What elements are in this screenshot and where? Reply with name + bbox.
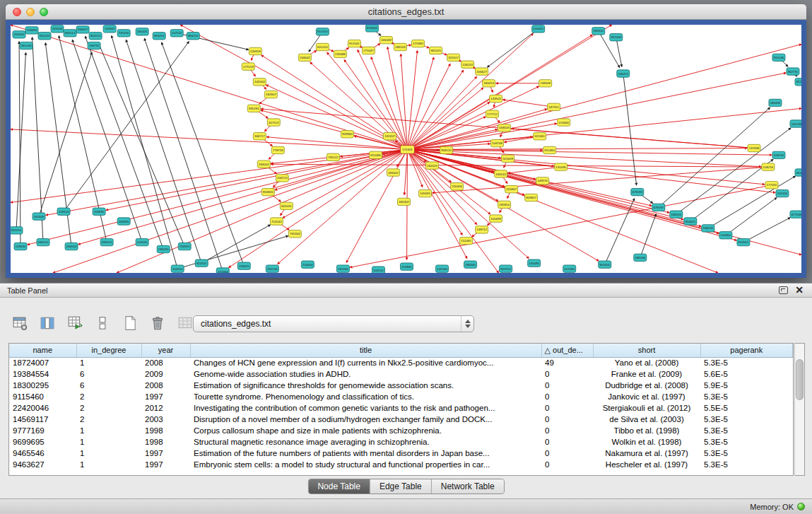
table-row[interactable]: 1938455462009Genome-wide association stu… — [9, 368, 793, 380]
table-row[interactable]: 1872400712008Changes of HCN gene express… — [9, 357, 793, 368]
table-row[interactable]: 1830029562008Estimation of significance … — [9, 380, 793, 391]
graph-node[interactable]: 761534 — [266, 265, 278, 272]
graph-node[interactable]: 265106 — [20, 42, 33, 49]
graph-node[interactable]: 957210 — [316, 28, 329, 35]
graph-node[interactable]: 745230 — [117, 30, 130, 37]
red-edge[interactable] — [271, 164, 768, 167]
graph-node[interactable]: 118307 — [103, 25, 116, 33]
graph-node[interactable]: 962731 — [787, 68, 799, 75]
red-edge[interactable] — [508, 167, 561, 173]
graph-node[interactable]: 180425 — [136, 28, 148, 35]
rows-button[interactable] — [93, 313, 112, 333]
red-edge[interactable] — [408, 45, 801, 150]
black-edge[interactable] — [162, 42, 245, 266]
graph-node[interactable]: 161625 — [426, 162, 439, 169]
graph-node[interactable]: 679193 — [631, 188, 644, 195]
refresh-table-button[interactable] — [65, 313, 85, 333]
column-header-title[interactable]: title — [190, 344, 541, 357]
graph-node[interactable]: 104120 — [372, 267, 384, 273]
graph-node[interactable]: 186220 — [157, 245, 170, 252]
graph-node[interactable]: 107060 — [563, 265, 576, 272]
graph-node[interactable]: 115938 — [748, 144, 760, 151]
graph-node[interactable]: 322017 — [447, 54, 460, 61]
table-row[interactable]: 969969511998Structural magnetic resonanc… — [9, 436, 793, 448]
tab-edge-table[interactable]: Edge Table — [370, 479, 431, 493]
graph-node[interactable]: 190731 — [88, 42, 100, 49]
graph-node[interactable]: 126253 — [461, 61, 474, 68]
red-edge[interactable] — [503, 100, 554, 107]
graph-node[interactable]: 153460 — [558, 119, 570, 126]
red-edge[interactable] — [11, 149, 408, 202]
black-edge[interactable] — [64, 42, 189, 211]
graph-node[interactable]: 186445 — [464, 261, 477, 268]
graph-node[interactable]: 149576 — [536, 177, 549, 185]
graph-node[interactable]: 216415 — [532, 25, 545, 33]
graph-node[interactable]: 912541 — [348, 40, 360, 47]
graph-node[interactable]: 185954 — [498, 201, 511, 208]
graph-node[interactable]: 853805 — [261, 188, 274, 195]
red-edge[interactable] — [180, 25, 407, 149]
graph-node[interactable]: 321609 — [502, 155, 514, 162]
graph-node[interactable]: 177055 — [765, 182, 778, 189]
table-row[interactable]: 977716911998Corpus callosum shape and si… — [9, 425, 793, 436]
graph-node[interactable]: 961025 — [430, 47, 442, 54]
graph-node[interactable]: 912743 — [795, 78, 801, 86]
graph-node[interactable]: 963214 — [153, 33, 165, 40]
graph-node[interactable]: 145330 — [436, 265, 449, 272]
graph-node[interactable]: 752542 — [270, 218, 283, 225]
graph-node[interactable]: 120165 — [776, 189, 789, 197]
black-edge[interactable] — [144, 38, 223, 271]
graph-node[interactable]: 145233 — [790, 120, 801, 127]
graph-node[interactable]: 910621 — [684, 218, 697, 225]
graph-node[interactable]: 679197 — [652, 204, 665, 211]
graph-node[interactable]: 661031 — [280, 202, 293, 209]
black-edge[interactable] — [708, 176, 796, 228]
column-header-name[interactable]: name — [9, 344, 76, 357]
graph-node[interactable]: 177712 — [486, 110, 499, 117]
graph-node[interactable]: 884210 — [187, 33, 199, 40]
red-edge[interactable] — [358, 49, 408, 149]
graph-node[interactable]: 220467 — [505, 186, 518, 193]
graph-node[interactable]: 186165 — [670, 211, 683, 218]
graph-node[interactable]: 915223 — [38, 33, 51, 40]
black-edge[interactable] — [690, 159, 773, 221]
graph-node[interactable]: 175982 — [412, 40, 425, 47]
graph-node[interactable]: 922051 — [195, 259, 208, 267]
graph-node[interactable]: 206642 — [298, 54, 311, 61]
black-edge[interactable] — [39, 52, 92, 216]
red-edge[interactable] — [408, 148, 747, 150]
graph-node[interactable]: 104452 — [719, 232, 732, 239]
graph-node[interactable]: 791122 — [326, 153, 339, 160]
graph-node[interactable]: 177519 — [242, 63, 254, 70]
graph-node[interactable]: 909940 — [341, 131, 353, 138]
black-edge[interactable] — [743, 218, 790, 243]
graph-node[interactable]: 931150 — [11, 227, 23, 234]
column-header-out_degree[interactable]: △ out_de... — [541, 344, 593, 357]
black-edge[interactable] — [659, 107, 770, 207]
graph-node[interactable]: 118831 — [93, 208, 105, 215]
graph-node[interactable]: 145691 — [419, 189, 432, 197]
graph-node[interactable]: 921443 — [610, 34, 623, 41]
table-row[interactable]: 946554611997Estimation of the future num… — [9, 448, 793, 459]
column-visibility-button[interactable] — [10, 313, 30, 333]
show-columns-button[interactable] — [37, 313, 57, 333]
graph-node[interactable]: 809657 — [525, 194, 538, 201]
graph-node[interactable]: 601214 — [316, 43, 329, 50]
graph-node[interactable]: 135095 — [555, 163, 567, 170]
black-edge[interactable] — [676, 128, 791, 214]
graph-node[interactable]: 915460 — [543, 146, 556, 153]
graph-node[interactable]: 902215 — [89, 33, 102, 40]
graph-node[interactable]: 924501 — [737, 238, 750, 245]
graph-node[interactable]: 748508 — [539, 80, 552, 87]
graph-node[interactable]: 152481 — [460, 237, 473, 244]
graph-node[interactable]: 183206 — [336, 265, 349, 272]
graph-node[interactable]: 142004 — [253, 78, 266, 86]
graph-node[interactable]: 181807 — [264, 90, 277, 98]
graph-node[interactable]: 935291 — [247, 105, 260, 112]
table-row[interactable]: 1456911722003Disruption of a novel membe… — [9, 414, 793, 425]
tab-node-table[interactable]: Node Table — [308, 479, 370, 493]
graph-node[interactable]: 153044 — [301, 261, 314, 268]
black-edge[interactable] — [488, 29, 539, 67]
red-edge[interactable] — [408, 50, 418, 149]
graph-node[interactable]: 260835 — [117, 218, 130, 225]
